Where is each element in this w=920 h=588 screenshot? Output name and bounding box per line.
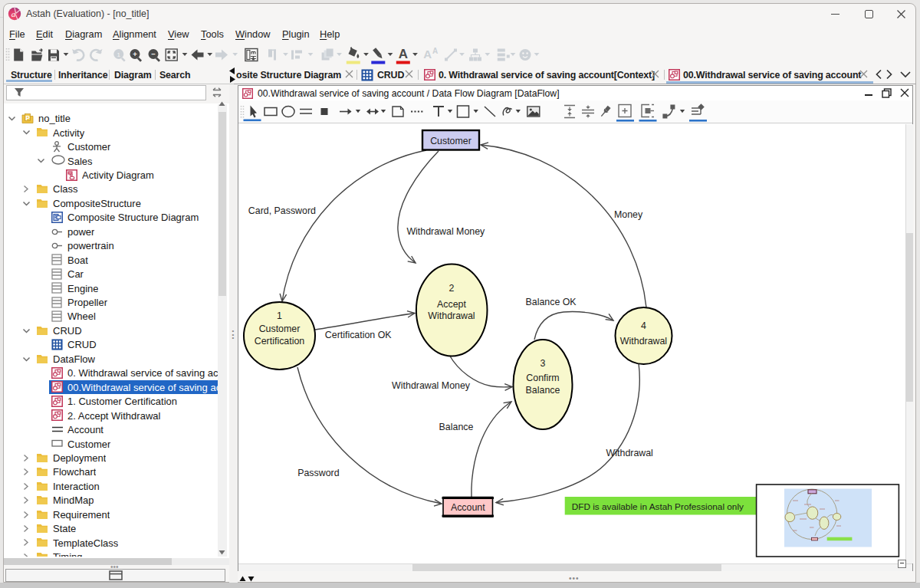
svg-text:1: 1 bbox=[117, 51, 121, 58]
svg-text:Balance OK: Balance OK bbox=[526, 297, 577, 307]
svg-text:Balance: Balance bbox=[526, 385, 560, 396]
svg-text:Certification OK: Certification OK bbox=[325, 330, 393, 340]
svg-text:Confirm: Confirm bbox=[526, 373, 559, 383]
svg-text:Money: Money bbox=[614, 209, 643, 220]
svg-text:3: 3 bbox=[540, 358, 546, 369]
svg-text:2: 2 bbox=[449, 283, 455, 294]
svg-text:Card, Password: Card, Password bbox=[248, 205, 316, 216]
svg-text:Withdrawal Money: Withdrawal Money bbox=[406, 226, 485, 237]
svg-text:Customer: Customer bbox=[259, 324, 301, 334]
svg-text:Customer: Customer bbox=[430, 136, 472, 146]
svg-text:Account: Account bbox=[451, 502, 485, 513]
svg-text:Password: Password bbox=[297, 468, 340, 478]
svg-text:P: P bbox=[25, 114, 30, 122]
svg-text:a: a bbox=[12, 9, 16, 18]
svg-text:A: A bbox=[423, 48, 432, 61]
svg-text:Withdrawal: Withdrawal bbox=[428, 310, 475, 321]
svg-text:+: + bbox=[133, 50, 137, 58]
svg-text:−: − bbox=[151, 50, 156, 58]
svg-text:A: A bbox=[399, 47, 408, 61]
svg-text:A: A bbox=[432, 47, 438, 55]
svg-text:Withdrawal: Withdrawal bbox=[620, 336, 667, 347]
svg-text:DFD is available in Astah Prof: DFD is available in Astah Professional o… bbox=[572, 501, 744, 512]
svg-text:Accept: Accept bbox=[437, 299, 466, 310]
svg-text:Withdrawal Money: Withdrawal Money bbox=[392, 380, 471, 391]
svg-text:Withdrawal: Withdrawal bbox=[606, 448, 653, 458]
svg-text:Certification: Certification bbox=[255, 336, 305, 347]
svg-text:4: 4 bbox=[641, 320, 646, 331]
svg-text:Balance: Balance bbox=[439, 422, 474, 432]
svg-text:1: 1 bbox=[277, 310, 282, 321]
